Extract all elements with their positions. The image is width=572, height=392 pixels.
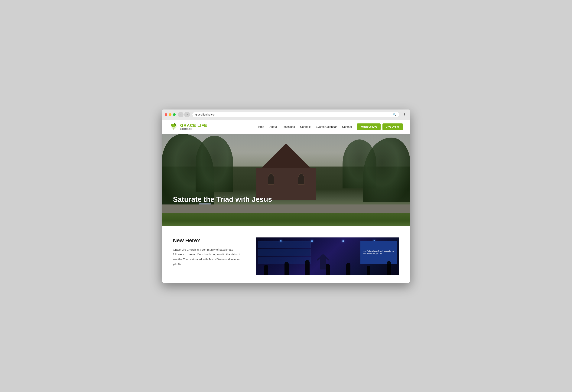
person-silhouette [264,265,268,275]
performer-body [320,254,326,269]
person-silhouette [346,263,350,275]
back-button[interactable]: ← [178,112,184,117]
browser-window: ← → gracelifetriad.com 🔍 [162,110,410,283]
logo-grace-text: GRACE LIFE [180,123,207,128]
browser-chrome: ← → gracelifetriad.com 🔍 [162,110,410,120]
worship-image: In my Father's house There's a place for… [256,237,399,275]
nav-link-events[interactable]: Events Calendar [316,125,337,128]
nav-link-about[interactable]: About [270,125,277,128]
congregation [256,260,399,275]
nav-buttons: ← → [178,112,190,117]
new-here-body: Grace Life Church is a community of pass… [173,247,245,266]
give-online-button[interactable]: Give Online [382,123,403,130]
svg-rect-4 [174,128,174,130]
new-here-title: New Here? [173,237,245,244]
hero-background: Saturate the Triad with Jesus [162,134,410,226]
person-silhouette [367,266,370,275]
hero-tagline: Saturate the Triad with Jesus [173,196,272,204]
lyrics-text: In my Father's house There's a place for… [363,250,395,255]
screen-panel [258,249,311,256]
below-hero-section: New Here? Grace Life Church is a communi… [162,226,410,283]
traffic-lights [165,113,175,116]
nav-link-connect[interactable]: Connect [300,125,311,128]
nav-link-teachings[interactable]: Teachings [282,125,295,128]
person-silhouette [387,261,391,275]
person-silhouette [326,264,330,275]
nav-item-home[interactable]: Home [257,125,264,129]
nav-link-home[interactable]: Home [257,125,264,128]
hero-section: Saturate the Triad with Jesus [162,134,410,226]
dot [404,114,405,115]
nav-item-events[interactable]: Events Calendar [316,125,337,129]
dot [404,115,405,116]
nav-item-teachings[interactable]: Teachings [282,125,295,129]
more-options-button[interactable] [402,112,407,117]
nav-links: Home About Teachings Connect Events Cale… [257,125,352,129]
watch-us-live-button[interactable]: Watch Us Live [357,123,381,130]
logo-church-text: CHURCH [180,128,207,130]
forward-button[interactable]: → [184,112,190,117]
dot [404,113,405,114]
search-icon[interactable]: 🔍 [393,113,396,116]
address-bar[interactable]: gracelifetriad.com 🔍 [192,112,399,117]
nav-action-buttons: Watch Us Live Give Online [357,123,403,130]
maximize-button[interactable] [173,113,175,116]
person-silhouette [285,262,289,275]
url-text: gracelifetriad.com [195,113,216,116]
light [311,240,313,242]
life-word: LIFE [197,123,207,128]
logo-icon [169,122,179,131]
performer [320,254,326,271]
close-button[interactable] [165,113,167,116]
logo-text: GRACE LIFE CHURCH [180,123,207,130]
nav-link-contact[interactable]: Contact [342,125,352,128]
person-silhouette [305,260,310,275]
minimize-button[interactable] [169,113,172,116]
light [342,240,344,242]
grace-word: GRACE [180,123,197,128]
nav-item-contact[interactable]: Contact [342,125,352,129]
hero-overlay [162,134,410,226]
new-here-section: New Here? Grace Life Church is a communi… [173,237,245,275]
website-content: GRACE LIFE CHURCH Home About Teachings C… [162,120,410,283]
logo-link[interactable]: GRACE LIFE CHURCH [169,122,207,131]
screen-panel [258,241,311,248]
nav-item-connect[interactable]: Connect [300,125,311,129]
nav-item-about[interactable]: About [270,125,277,129]
navbar: GRACE LIFE CHURCH Home About Teachings C… [162,120,410,134]
